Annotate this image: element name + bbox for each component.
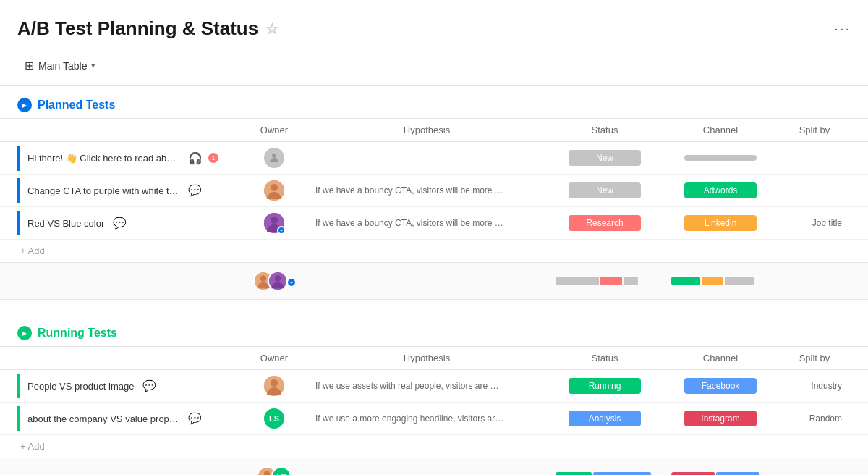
avatar-group: + bbox=[253, 271, 295, 291]
status-badge: Analysis bbox=[569, 411, 641, 426]
owner-cell: + bbox=[242, 207, 307, 239]
name-cell: People VS product image 💬 bbox=[17, 374, 242, 398]
prog-research bbox=[600, 277, 622, 285]
planned-tests-title[interactable]: Planned Tests bbox=[38, 98, 115, 112]
table-row[interactable]: Change CTA to purple with white text 💬 I… bbox=[0, 175, 868, 207]
name-cell: Change CTA to purple with white text 💬 bbox=[17, 178, 242, 203]
row-name: Hi there! 👋 Click here to read about … bbox=[27, 153, 179, 164]
prog-facebook bbox=[716, 472, 760, 475]
add-label: + Add bbox=[20, 441, 45, 452]
status-cell[interactable]: Running bbox=[547, 372, 663, 400]
table-icon: ⊞ bbox=[25, 59, 34, 72]
col-status: Status bbox=[547, 119, 663, 141]
col-owner: Owner bbox=[242, 119, 307, 141]
status-cell[interactable]: Analysis bbox=[547, 405, 663, 432]
col-name bbox=[17, 119, 242, 141]
hypothesis-cell: If we use a more engaging headline, visi… bbox=[307, 408, 547, 429]
status-badge: Running bbox=[569, 378, 641, 394]
summary-status-cell bbox=[547, 277, 663, 285]
page-title: A/B Test Planning & Status ☆ bbox=[17, 17, 278, 40]
add-row-button[interactable]: + Add bbox=[0, 435, 868, 458]
hypothesis-cell: If we have a bouncy CTA, visitors will b… bbox=[307, 212, 547, 234]
channel-badge bbox=[684, 155, 757, 161]
star-icon[interactable]: ☆ bbox=[265, 20, 278, 38]
summary-channel-cell bbox=[663, 277, 778, 285]
owner-cell: LS bbox=[242, 403, 307, 434]
split-text: Random bbox=[809, 413, 842, 424]
hypothesis-text: If we have a bouncy CTA, visitors will b… bbox=[315, 218, 503, 228]
table-row[interactable]: about the company VS value proposi… 💬 LS… bbox=[0, 403, 868, 435]
table-row[interactable]: People VS product image 💬 If we use asse… bbox=[0, 370, 868, 403]
avatar bbox=[264, 148, 284, 168]
status-badge: New bbox=[569, 150, 641, 166]
page-header: A/B Test Planning & Status ☆ ··· bbox=[0, 17, 868, 54]
running-summary-row: LS bbox=[0, 458, 868, 475]
summary-channel-cell bbox=[663, 472, 778, 475]
summary-status-cell bbox=[547, 472, 663, 475]
col-hypothesis: Hypothesis bbox=[307, 119, 547, 141]
hypothesis-cell: If we have a bouncy CTA, visitors will b… bbox=[307, 180, 547, 201]
main-table-view-button[interactable]: ⊞ Main Table ▾ bbox=[17, 54, 103, 77]
comment-icon: 💬 bbox=[188, 184, 202, 197]
channel-badge: Facebook bbox=[684, 378, 757, 394]
planned-tests-table: Owner Hypothesis Status Channel Split by… bbox=[0, 118, 868, 300]
planned-tests-section: ▸ Planned Tests Owner Hypothesis Status … bbox=[0, 86, 868, 300]
avatar-badge-dot: + bbox=[277, 226, 286, 235]
channel-badge: Linkedin bbox=[684, 215, 757, 231]
title-text: A/B Test Planning & Status bbox=[17, 17, 258, 40]
running-tests-header: ▸ Running Tests bbox=[0, 314, 868, 346]
table-row[interactable]: Red VS Blue color 💬 + If we have a bounc… bbox=[0, 207, 868, 240]
status-progress-bar bbox=[556, 472, 654, 475]
avatar bbox=[268, 271, 288, 291]
view-label: Main Table bbox=[38, 60, 87, 72]
prog-analysis bbox=[593, 472, 651, 475]
running-tests-title[interactable]: Running Tests bbox=[38, 327, 117, 340]
more-badge: + bbox=[286, 277, 297, 287]
row-name: Red VS Blue color bbox=[27, 218, 104, 229]
status-cell[interactable]: New bbox=[547, 144, 663, 172]
avatar-group: LS bbox=[257, 466, 292, 475]
channel-cell[interactable]: Facebook bbox=[663, 372, 778, 400]
channel-cell[interactable]: Adwords bbox=[663, 177, 778, 204]
svg-point-2 bbox=[271, 184, 278, 191]
split-cell: Industry bbox=[778, 375, 851, 397]
col-split: Split by bbox=[778, 119, 851, 141]
col-split: Split by bbox=[778, 347, 851, 369]
comment-icon: 💬 bbox=[142, 379, 156, 392]
status-progress-bar bbox=[556, 277, 654, 285]
svg-point-4 bbox=[271, 217, 278, 224]
owner-cell bbox=[242, 370, 307, 402]
owner-cell bbox=[242, 142, 307, 174]
comment-icon: 💬 bbox=[113, 217, 127, 230]
add-row-button[interactable]: + Add bbox=[0, 240, 868, 262]
prog-linkedin bbox=[702, 277, 723, 285]
headphone-icon: 🎧 bbox=[188, 151, 203, 165]
running-tests-section: ▸ Running Tests Owner Hypothesis Status … bbox=[0, 314, 868, 475]
name-cell: Red VS Blue color 💬 bbox=[17, 211, 242, 235]
more-options-icon[interactable]: ··· bbox=[834, 20, 851, 37]
svg-point-8 bbox=[275, 275, 281, 282]
avatar-wrapper: + bbox=[264, 213, 284, 233]
channel-cell[interactable]: Instagram bbox=[663, 405, 778, 432]
planned-tests-header: ▸ Planned Tests bbox=[0, 86, 868, 118]
avatar: LS bbox=[264, 408, 284, 429]
planned-summary-row: + bbox=[0, 262, 868, 300]
table-row[interactable]: Hi there! 👋 Click here to read about … 🎧… bbox=[0, 142, 868, 175]
channel-badge: Adwords bbox=[684, 182, 757, 198]
col-status: Status bbox=[547, 347, 663, 369]
split-cell bbox=[778, 185, 851, 196]
hypothesis-text: If we use assets with real people, visit… bbox=[315, 381, 498, 391]
name-cell: Hi there! 👋 Click here to read about … 🎧… bbox=[17, 146, 242, 171]
row-name: Change CTA to purple with white text bbox=[27, 185, 179, 196]
chevron-down-icon: ▾ bbox=[91, 61, 95, 70]
planned-toggle[interactable]: ▸ bbox=[17, 98, 32, 112]
channel-cell[interactable] bbox=[663, 149, 778, 167]
status-cell[interactable]: Research bbox=[547, 209, 663, 237]
svg-point-10 bbox=[271, 379, 278, 387]
status-cell[interactable]: New bbox=[547, 177, 663, 204]
channel-cell[interactable]: Linkedin bbox=[663, 209, 778, 237]
prog-running bbox=[556, 472, 592, 475]
hypothesis-text: If we use a more engaging headline, visi… bbox=[315, 413, 503, 424]
running-toggle[interactable]: ▸ bbox=[17, 326, 32, 340]
avatar bbox=[264, 376, 284, 396]
